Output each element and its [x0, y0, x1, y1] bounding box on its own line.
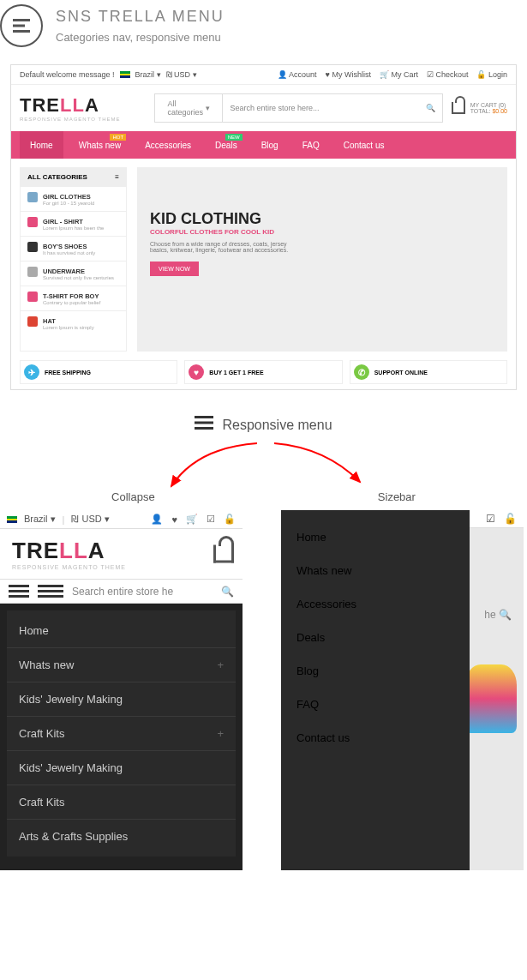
- wishlist-link[interactable]: ♥ My Wishlist: [326, 70, 371, 79]
- menu-item[interactable]: Arts & Crafts Supplies: [7, 820, 236, 853]
- flag-icon: [7, 516, 17, 523]
- menu-item[interactable]: Craft Kits+: [7, 717, 236, 751]
- account-link[interactable]: 👤 Account: [278, 70, 317, 79]
- page-title: SNS TRELLA MENU: [56, 8, 225, 26]
- sidebar-heading: ALL CATEGORIES ≡: [21, 168, 126, 186]
- menu-item[interactable]: Home: [7, 614, 236, 648]
- nav-item[interactable]: FAQ: [294, 141, 328, 150]
- lock-icon[interactable]: 🔓: [224, 514, 236, 525]
- category-item[interactable]: T-SHIRT FOR BOYContrary to popular belie…: [21, 286, 126, 310]
- menu-item[interactable]: Accessories: [281, 587, 470, 621]
- menu-item[interactable]: Home: [281, 520, 470, 554]
- nav-toggle-icon[interactable]: [9, 585, 29, 598]
- hero-subtitle: COLORFUL CLOTHES FOR COOL KID: [150, 228, 494, 236]
- logo-tagline: RESPONSIVE MAGENTO THEME: [12, 564, 126, 570]
- sidebar-toggle-icon[interactable]: ≡: [115, 173, 119, 181]
- responsive-label: Responsive menu: [222, 418, 332, 433]
- search-input[interactable]: Search entire store here... 🔍: [223, 93, 442, 123]
- categories-toggle-icon[interactable]: [38, 585, 63, 598]
- login-link[interactable]: 🔓 Login: [476, 70, 507, 79]
- nav-item[interactable]: Home: [20, 131, 63, 159]
- categories-sidebar: ALL CATEGORIES ≡ GIRL CLOTHESFor girl 10…: [20, 167, 127, 352]
- nav-item[interactable]: Accessories: [136, 141, 200, 150]
- logo-tagline: RESPONSIVE MAGENTO THEME: [20, 117, 120, 122]
- nav-item[interactable]: Blog: [253, 141, 287, 150]
- logo[interactable]: TRELLA: [20, 94, 120, 117]
- flag-icon: [120, 71, 130, 78]
- nav-item[interactable]: Contact us: [335, 141, 393, 150]
- category-item[interactable]: HATLorem Ipsum is simply: [21, 310, 126, 335]
- bag-icon[interactable]: [213, 545, 234, 563]
- category-item[interactable]: GIRL CLOTHESFor girl 10 - 15 yearold: [21, 186, 126, 211]
- search-input[interactable]: Search entire store he 🔍: [72, 586, 234, 598]
- welcome-text: Default welcome message !: [20, 70, 115, 79]
- menu-item[interactable]: Kids' Jewelry Making: [7, 682, 236, 717]
- page-subtitle: Categories nav, responsive menu: [56, 31, 225, 44]
- sizebar-label: Sizebar: [378, 490, 416, 503]
- hero-title: KID CLOTHING: [150, 210, 494, 228]
- menu-item[interactable]: Blog: [281, 654, 470, 688]
- search-icon[interactable]: 🔍: [221, 586, 234, 598]
- search-fragment: he 🔍: [484, 609, 512, 621]
- category-item[interactable]: BOY'S SHOESIt has survived not only: [21, 236, 126, 261]
- country-select[interactable]: Brazil ▾: [24, 514, 56, 525]
- feature-item: ♥BUY 1 GET 1 FREE: [184, 360, 342, 384]
- menu-item[interactable]: Whats new+: [7, 648, 236, 682]
- mini-cart[interactable]: MY CART (0) TOTAL: $0.00: [470, 102, 507, 114]
- main-nav: HomeWhats newHOTAccessoriesDealsNEWBlogF…: [11, 131, 516, 159]
- feature-item: ✈FREE SHIPPING: [20, 360, 177, 384]
- category-item[interactable]: GIRL - SHIRTLorem Ipsum has been the: [21, 211, 126, 236]
- check-icon[interactable]: ☑: [486, 513, 495, 525]
- wishlist-icon[interactable]: ♥: [171, 514, 177, 525]
- lock-icon[interactable]: 🔓: [504, 513, 517, 525]
- menu-item[interactable]: FAQ: [281, 688, 470, 721]
- expand-icon[interactable]: +: [217, 727, 224, 740]
- logo[interactable]: TRELLA: [12, 538, 126, 564]
- check-icon[interactable]: ☑: [207, 514, 215, 525]
- feature-item: ✆SUPPORT ONLINE: [350, 360, 507, 384]
- checkout-link[interactable]: ☑ Checkout: [427, 70, 469, 79]
- category-item[interactable]: UNDERWARESurvived not only five centurie…: [21, 261, 126, 286]
- menu-item[interactable]: Deals: [281, 621, 470, 654]
- search-icon[interactable]: 🔍: [426, 104, 435, 112]
- desktop-preview: Default welcome message ! Brazil ▾ ₪ USD…: [10, 64, 517, 390]
- currency-select[interactable]: ₪ USD ▾: [166, 70, 197, 79]
- collapse-label: Collapse: [111, 490, 155, 503]
- hero-banner: KID CLOTHING COLORFUL CLOTHES FOR COOL K…: [137, 167, 507, 352]
- category-select[interactable]: All categories▾: [154, 93, 223, 123]
- arrows-diagram: [0, 439, 527, 490]
- cart-icon[interactable]: [452, 102, 465, 114]
- mobile-collapse-preview: Brazil ▾ | ₪ USD ▾ 👤 ♥ 🛒 ☑ 🔓 TRELLA RESP…: [0, 510, 243, 870]
- hero-description: Choose from a wide range of dresses, coa…: [150, 241, 296, 253]
- hamburger-icon: [195, 416, 213, 434]
- menu-item[interactable]: Craft Kits: [7, 785, 236, 820]
- menu-circle-icon: [0, 4, 43, 47]
- menu-item[interactable]: Kids' Jewelry Making: [7, 751, 236, 785]
- nav-item[interactable]: Whats newHOT: [70, 141, 129, 150]
- menu-item[interactable]: Contact us: [281, 721, 470, 755]
- nav-item[interactable]: DealsNEW: [207, 141, 246, 150]
- hand-image: [465, 664, 517, 733]
- currency-select[interactable]: ₪ USD ▾: [71, 514, 109, 525]
- view-now-button[interactable]: VIEW NOW: [150, 262, 199, 276]
- country-select[interactable]: Brazil ▾: [135, 70, 161, 79]
- user-icon[interactable]: 👤: [151, 514, 163, 525]
- cart-icon[interactable]: 🛒: [186, 514, 198, 525]
- mobile-sidebar-preview: ☑ 🔓 he 🔍 HomeWhats newAccessoriesDealsBl…: [281, 510, 524, 870]
- menu-item[interactable]: Whats new: [281, 554, 470, 587]
- expand-icon[interactable]: +: [217, 658, 224, 671]
- cart-link[interactable]: 🛒 My Cart: [380, 70, 418, 79]
